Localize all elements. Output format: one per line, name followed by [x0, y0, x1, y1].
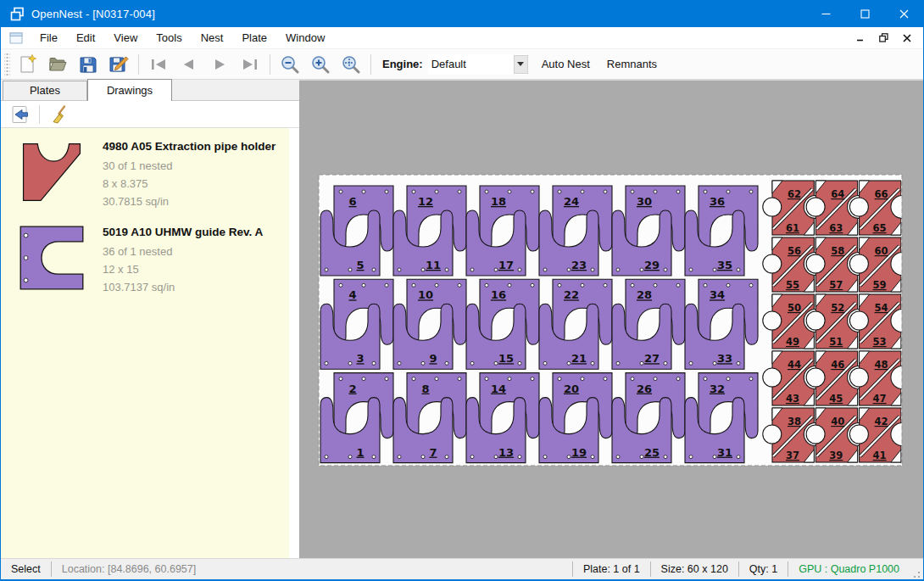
previous-plate-button[interactable] [174, 52, 204, 77]
notch-cutout [849, 368, 868, 387]
part-number-label: 52 [831, 302, 844, 314]
red-part-pair[interactable]: 6059 [849, 237, 913, 292]
drawing-item-extraction-pipe-holder[interactable]: 4980 A05 Extraction pipe holder 30 of 1 … [1, 131, 289, 217]
go-first-icon [148, 53, 170, 75]
zoom-extents-button[interactable] [336, 52, 366, 77]
open-file-button[interactable] [42, 52, 73, 77]
nest-canvas[interactable]: 6512111817242330293635431091615222128273… [299, 80, 923, 558]
part-number-label: 44 [788, 359, 801, 371]
first-plate-button[interactable] [143, 52, 174, 77]
mdi-restore-button[interactable] [877, 32, 889, 44]
part-number-label: 3 [356, 352, 364, 365]
status-bar: Select Location: [84.8696, 60.6957] Plat… [1, 558, 923, 579]
menu-item-plate[interactable]: Plate [232, 28, 276, 47]
drill-hole [362, 190, 365, 193]
zoom-extents-icon [340, 53, 362, 75]
part-number-label: 8 [421, 383, 429, 395]
drill-hole [704, 283, 707, 287]
part-number-label: 48 [875, 359, 888, 371]
toolbar-grip[interactable] [4, 53, 10, 75]
tab-plates[interactable]: Plates [3, 81, 87, 100]
drill-hole [713, 268, 716, 271]
send-back-button[interactable] [8, 103, 33, 126]
drawing-area: 103.7137 sq/in [103, 278, 263, 296]
arrow-left-icon [10, 104, 31, 125]
new-file-button[interactable] [12, 52, 42, 77]
drill-hole [372, 455, 376, 459]
part-number-label: 55 [786, 279, 799, 291]
drill-hole [558, 377, 561, 381]
red-part-pair[interactable]: 4241 [849, 408, 913, 462]
uhmw-guide-shape [14, 224, 90, 292]
last-plate-button[interactable] [235, 52, 265, 77]
clear-drawings-button[interactable] [46, 103, 71, 126]
drill-hole [398, 455, 401, 459]
drill-hole [508, 283, 511, 287]
mdi-close-button[interactable] [901, 32, 913, 44]
status-location: Location: [84.8696, 60.6957] [52, 562, 206, 576]
engine-dropdown-button[interactable] [514, 55, 528, 74]
drill-hole [421, 361, 425, 365]
drawing-nested-count: 30 of 1 nested [103, 157, 276, 175]
red-part-pair[interactable]: 4847 [849, 351, 913, 405]
auto-nest-button[interactable]: Auto Nest [533, 53, 598, 75]
window-title: OpenNest - [N0317-004] [31, 8, 155, 20]
drill-hole [494, 361, 498, 365]
new-file-icon [16, 53, 38, 75]
part-number-label: 36 [710, 195, 725, 208]
red-part-pair[interactable]: 6665 [849, 181, 913, 235]
part-number-label: 30 [637, 195, 652, 208]
mdi-document-icon[interactable] [9, 32, 23, 44]
menu-item-tools[interactable]: Tools [147, 28, 191, 47]
toolbar-separator [39, 105, 40, 124]
part-number-label: 54 [875, 302, 888, 314]
close-button[interactable] [884, 0, 923, 27]
status-size: Size: 60 x 120 [651, 562, 738, 576]
status-plate: Plate: 1 of 1 [573, 562, 650, 576]
zoom-in-button[interactable] [305, 52, 336, 77]
next-plate-button[interactable] [204, 52, 235, 77]
drill-hole [531, 190, 534, 193]
drill-hole [604, 190, 607, 193]
drill-hole [412, 283, 415, 287]
menu-item-nest[interactable]: Nest [192, 28, 233, 47]
part-number-label: 29 [644, 259, 660, 271]
tab-drawings[interactable]: Drawings [87, 79, 172, 101]
drill-hole [445, 361, 448, 365]
app-icon [10, 7, 25, 21]
maximize-button[interactable] [845, 0, 884, 27]
part-number-label: 4 [348, 288, 356, 301]
red-part-pair[interactable]: 5453 [849, 294, 913, 349]
minimize-button[interactable] [806, 0, 845, 27]
save-as-button[interactable] [103, 52, 134, 77]
part-number-label: 65 [873, 222, 887, 234]
drawing-size: 12 x 15 [103, 260, 263, 278]
notch-cutout [806, 368, 825, 387]
notch-cutout [806, 425, 825, 444]
notch-cutout [763, 425, 782, 444]
drawing-item-uhmw-guide[interactable]: 5019 A10 UHMW guide Rev. A 36 of 1 neste… [1, 217, 289, 303]
drill-hole [485, 377, 488, 381]
save-button[interactable] [73, 52, 103, 77]
part-number-label: 47 [873, 393, 887, 405]
drill-hole [421, 268, 425, 271]
engine-combobox[interactable]: Default [428, 54, 528, 75]
mdi-minimize-button[interactable] [854, 32, 866, 44]
menu-item-window[interactable]: Window [276, 28, 334, 47]
zoom-out-button[interactable] [275, 52, 305, 77]
nest-view[interactable]: 6512111817242330293635431091615222128273… [299, 81, 924, 559]
menu-item-file[interactable]: File [31, 28, 67, 47]
sidebar-tabstrip: Plates Drawings [1, 80, 299, 101]
part-number-label: 11 [426, 259, 441, 271]
part-number-label: 5 [356, 259, 364, 271]
drill-hole [518, 455, 521, 459]
menu-item-edit[interactable]: Edit [67, 28, 104, 47]
menu-item-view[interactable]: View [104, 28, 147, 47]
drill-hole [518, 268, 521, 271]
drawings-list: 4980 A05 Extraction pipe holder 30 of 1 … [1, 128, 289, 558]
drill-hole [470, 455, 474, 459]
drill-hole [325, 361, 328, 365]
resize-grip[interactable] [910, 564, 921, 579]
remnants-button[interactable]: Remnants [598, 53, 665, 75]
drill-hole [664, 361, 667, 365]
